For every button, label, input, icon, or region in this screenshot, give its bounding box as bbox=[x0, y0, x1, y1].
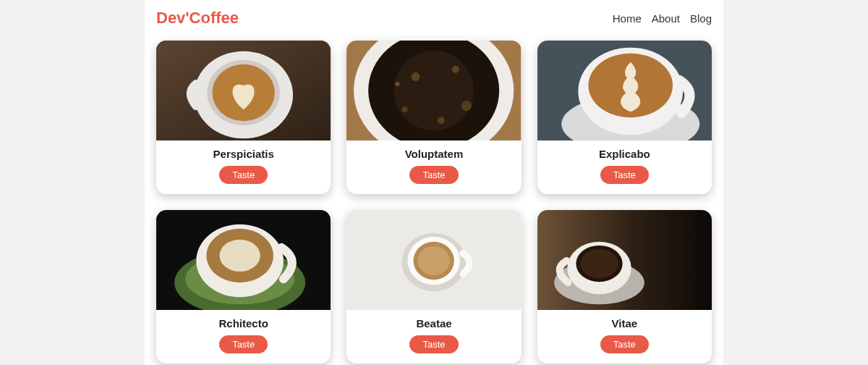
card-title: Explicabo bbox=[545, 148, 705, 160]
svg-point-14 bbox=[396, 82, 400, 86]
coffee-image bbox=[156, 41, 331, 140]
svg-point-12 bbox=[402, 106, 408, 112]
svg-point-11 bbox=[461, 101, 472, 111]
page-container: Dev'Coffee Home About Blog bbox=[145, 0, 723, 365]
card-body: Vitae Taste bbox=[537, 310, 712, 364]
coffee-card: Rchitecto Taste bbox=[156, 210, 331, 364]
coffee-image bbox=[346, 210, 521, 310]
svg-point-30 bbox=[418, 246, 450, 275]
svg-point-35 bbox=[580, 249, 618, 278]
svg-point-8 bbox=[394, 51, 475, 131]
coffee-card: Perspiciatis Taste bbox=[156, 41, 331, 194]
card-title: Beatae bbox=[354, 317, 514, 330]
card-title: Voluptatem bbox=[354, 148, 514, 160]
svg-point-9 bbox=[412, 72, 420, 81]
svg-point-24 bbox=[219, 240, 260, 272]
coffee-image bbox=[537, 41, 712, 140]
card-grid: Perspiciatis Taste bbox=[153, 41, 715, 365]
coffee-image bbox=[156, 210, 331, 310]
taste-button[interactable]: Taste bbox=[219, 166, 268, 184]
taste-button[interactable]: Taste bbox=[600, 335, 649, 353]
coffee-image bbox=[346, 41, 521, 140]
card-body: Perspiciatis Taste bbox=[156, 140, 331, 194]
card-title: Perspiciatis bbox=[163, 148, 323, 160]
coffee-card: Vitae Taste bbox=[537, 210, 712, 364]
svg-point-10 bbox=[452, 66, 459, 73]
nav-home[interactable]: Home bbox=[613, 12, 642, 25]
taste-button[interactable]: Taste bbox=[219, 335, 268, 353]
card-title: Rchitecto bbox=[163, 317, 323, 330]
site-logo[interactable]: Dev'Coffee bbox=[156, 9, 239, 28]
card-body: Voluptatem Taste bbox=[346, 140, 521, 194]
taste-button[interactable]: Taste bbox=[409, 335, 458, 353]
coffee-image bbox=[537, 210, 712, 310]
nav-blog[interactable]: Blog bbox=[690, 12, 712, 25]
card-body: Explicabo Taste bbox=[537, 140, 712, 194]
coffee-card: Voluptatem Taste bbox=[346, 41, 521, 194]
coffee-card: Beatae Taste bbox=[346, 210, 521, 364]
main-nav: Home About Blog bbox=[613, 12, 712, 25]
coffee-card: Explicabo Taste bbox=[537, 41, 712, 194]
card-body: Beatae Taste bbox=[346, 310, 521, 364]
card-title: Vitae bbox=[545, 317, 705, 330]
nav-about[interactable]: About bbox=[652, 12, 680, 25]
taste-button[interactable]: Taste bbox=[409, 166, 458, 184]
header: Dev'Coffee Home About Blog bbox=[153, 0, 715, 41]
svg-point-13 bbox=[438, 117, 445, 124]
card-body: Rchitecto Taste bbox=[156, 310, 331, 364]
taste-button[interactable]: Taste bbox=[600, 166, 649, 184]
